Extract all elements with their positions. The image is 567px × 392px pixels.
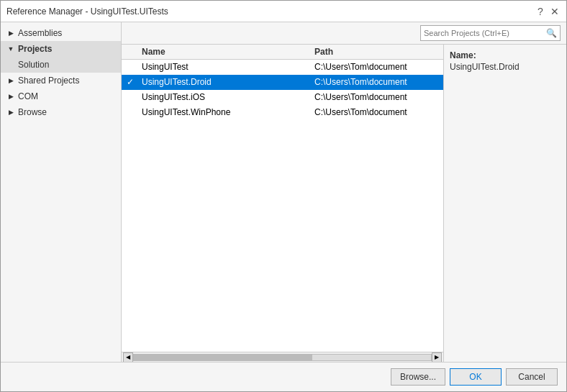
sidebar-label-browse: Browse: [18, 107, 47, 117]
check-cell-2[interactable]: ✓: [122, 77, 139, 87]
table-row[interactable]: UsingUITest.iOS C:\Users\Tom\document: [122, 90, 443, 105]
scroll-thumb: [134, 355, 312, 360]
chevron-right-icon-browse: ▶: [6, 108, 15, 117]
sidebar-item-projects[interactable]: ▼ Projects: [1, 41, 121, 57]
table-and-detail: Name Path UsingUITest C:\Users\Tom\docum…: [122, 45, 566, 362]
sidebar-label-shared-projects: Shared Projects: [18, 76, 79, 86]
left-navigation: ▶ Assemblies ▼ Projects Solution ▶ Share…: [1, 22, 122, 362]
sidebar-label-com: COM: [18, 91, 38, 101]
table-row[interactable]: UsingUITest.WinPhone C:\Users\Tom\docume…: [122, 105, 443, 120]
name-cell-2: UsingUITest.Droid: [139, 77, 312, 87]
cancel-button[interactable]: Cancel: [506, 368, 558, 386]
sidebar-item-assemblies[interactable]: ▶ Assemblies: [1, 25, 121, 41]
path-col-header: Path: [312, 47, 443, 57]
search-input[interactable]: [424, 29, 546, 37]
sidebar-label-projects: Projects: [18, 44, 52, 54]
close-button[interactable]: ✕: [549, 6, 561, 17]
title-controls: ? ✕: [535, 6, 561, 17]
path-cell-3: C:\Users\Tom\document: [312, 92, 443, 102]
path-cell-2: C:\Users\Tom\document: [312, 77, 443, 87]
sidebar-label-assemblies: Assemblies: [18, 28, 62, 38]
ok-button[interactable]: OK: [450, 368, 502, 386]
right-area: 🔍 Name Path: [122, 22, 566, 362]
check-col-header: [122, 47, 139, 57]
sidebar-item-browse[interactable]: ▶ Browse: [1, 104, 121, 120]
sidebar-item-com[interactable]: ▶ COM: [1, 88, 121, 104]
title-bar: Reference Manager - UsingUITest.UITests …: [1, 1, 566, 22]
name-cell-4: UsingUITest.WinPhone: [139, 107, 312, 117]
table-row[interactable]: UsingUITest C:\Users\Tom\document: [122, 60, 443, 75]
path-cell-1: C:\Users\Tom\document: [312, 62, 443, 72]
table-body: UsingUITest C:\Users\Tom\document ✓ Usin…: [122, 60, 443, 352]
dialog-title: Reference Manager - UsingUITest.UITests: [6, 6, 168, 17]
detail-panel: Name: UsingUITest.Droid: [444, 45, 566, 362]
table-row[interactable]: ✓ UsingUITest.Droid C:\Users\Tom\documen…: [122, 75, 443, 90]
search-icon: 🔍: [546, 28, 557, 38]
horizontal-scrollbar-area: ◀ ▶: [122, 352, 443, 362]
checkbox-checked-2: ✓: [127, 77, 134, 87]
path-cell-4: C:\Users\Tom\document: [312, 107, 443, 117]
name-col-header: Name: [139, 47, 312, 57]
footer: Browse... OK Cancel: [1, 362, 566, 391]
detail-value: UsingUITest.Droid: [450, 62, 561, 72]
sidebar-item-shared-projects[interactable]: ▶ Shared Projects: [1, 73, 121, 88]
scroll-right-arrow[interactable]: ▶: [432, 352, 442, 363]
chevron-right-icon-com: ▶: [6, 92, 15, 101]
sidebar-item-solution[interactable]: Solution: [1, 57, 121, 73]
chevron-down-icon: ▼: [6, 45, 15, 53]
horizontal-scrollbar[interactable]: [133, 354, 432, 361]
browse-button[interactable]: Browse...: [391, 368, 445, 386]
search-box[interactable]: 🔍: [420, 25, 561, 41]
dialog-window: Reference Manager - UsingUITest.UITests …: [0, 0, 567, 392]
table-header: Name Path: [122, 45, 443, 60]
list-panel: Name Path UsingUITest C:\Users\Tom\docum…: [122, 45, 444, 362]
scroll-left-arrow[interactable]: ◀: [123, 352, 133, 363]
main-content-area: ▶ Assemblies ▼ Projects Solution ▶ Share…: [1, 22, 566, 362]
chevron-right-icon: ▶: [6, 29, 15, 37]
name-cell-3: UsingUITest.iOS: [139, 92, 312, 102]
help-button[interactable]: ?: [535, 6, 546, 17]
detail-label: Name:: [450, 50, 561, 60]
chevron-right-icon-shared: ▶: [6, 76, 15, 85]
name-cell-1: UsingUITest: [139, 62, 312, 72]
top-bar: 🔍: [122, 22, 566, 45]
sidebar-label-solution: Solution: [18, 60, 49, 70]
